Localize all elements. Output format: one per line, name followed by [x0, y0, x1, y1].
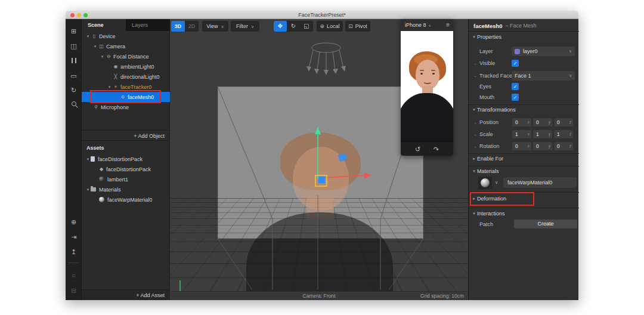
- visible-checkbox[interactable]: ✓: [512, 60, 519, 67]
- material-sphere-icon: [99, 197, 104, 202]
- subject-face: [416, 60, 439, 89]
- add-asset-button[interactable]: + Add Asset: [82, 289, 170, 300]
- material-row: ∨ faceWarpMaterial0: [469, 177, 579, 190]
- disclosure-triangle-icon: ▸: [471, 196, 477, 201]
- rotation-x-field[interactable]: 0x: [512, 142, 531, 150]
- expander-icon[interactable]: ▾: [85, 187, 91, 192]
- tree-item-face-mesh[interactable]: ☺faceMesh0: [82, 92, 170, 102]
- transform-tool-group: ✥ ↻ ◱: [274, 21, 313, 32]
- patch-arrow-icon[interactable]: →: [472, 73, 478, 79]
- filter-dropdown[interactable]: Filter∨: [231, 21, 259, 32]
- view-dropdown[interactable]: View∨: [202, 21, 228, 32]
- restart-icon[interactable]: ↻: [66, 85, 82, 95]
- scene-tree: ▾▯Device ▾◫Camera ▾⊖Focal Distance ◉ambi…: [82, 31, 170, 112]
- inspector-header: faceMesh0 – Face Mesh: [469, 20, 579, 31]
- microphone-icon: ⚲: [92, 104, 100, 110]
- chevron-down-icon: ∨: [569, 73, 572, 78]
- material-sphere-icon: [481, 178, 490, 187]
- section-enable-for[interactable]: ▸ Enable For: [469, 155, 579, 162]
- scale-x-field[interactable]: 1x: [512, 130, 531, 138]
- tracked-face-dropdown[interactable]: Face 1 ∨: [512, 71, 575, 81]
- position-row: →Position 0x 0y 0z: [469, 118, 579, 126]
- rotation-y-field[interactable]: 0y: [533, 142, 552, 150]
- search-icon[interactable]: [66, 98, 82, 109]
- tree-item-ambient-light[interactable]: ◉ambientLight0: [82, 61, 170, 72]
- globe-icon: ⊕: [320, 23, 324, 29]
- create-patch-button[interactable]: Create: [514, 220, 577, 228]
- rotate-tool-button[interactable]: ↻: [287, 21, 300, 32]
- asset-item-pack-mesh[interactable]: ◆faceDistortionPack: [82, 164, 170, 174]
- chevron-down-icon[interactable]: ∨: [495, 180, 498, 185]
- expander-icon[interactable]: ▾: [107, 85, 112, 89]
- simulator-menu-icon[interactable]: ≡: [446, 19, 450, 31]
- camera-preview: [401, 31, 453, 143]
- material-thumbnail[interactable]: [478, 177, 492, 189]
- local-space-button[interactable]: ⊕Local: [317, 21, 343, 32]
- asset-item-materials-folder[interactable]: ▾Materials: [82, 184, 170, 194]
- directional-light-icon: ╳: [112, 74, 119, 79]
- tree-item-device[interactable]: ▾▯Device: [82, 31, 170, 41]
- tree-item-face-tracker[interactable]: ▾⌖faceTracker0: [82, 82, 170, 92]
- mouth-checkbox[interactable]: ✓: [512, 94, 519, 101]
- simulator-footer: ↺ ↷: [401, 143, 453, 156]
- asset-item-face-warp-material[interactable]: faceWarpMaterial0: [82, 194, 170, 205]
- left-toolbar: ⊞ ◫ ▭ ↻ ⊕ ⇥ ↥ ⌗ ⊟: [66, 19, 82, 300]
- chevron-down-icon: ∨: [251, 24, 254, 29]
- subject-eye: [420, 73, 423, 75]
- section-properties[interactable]: ▾ Properties: [469, 33, 579, 41]
- rotate-device-icon[interactable]: ↷: [434, 143, 439, 156]
- move-tool-button[interactable]: ✥: [274, 21, 287, 32]
- scale-z-field[interactable]: 1z: [554, 130, 573, 138]
- send-to-device-icon[interactable]: ⇥: [66, 231, 82, 242]
- section-interactions[interactable]: ▾ Interactions: [469, 210, 579, 217]
- flip-camera-icon[interactable]: ↺: [415, 143, 420, 156]
- device-icon: ▯: [91, 33, 98, 39]
- patch-arrow-icon[interactable]: →: [472, 132, 478, 137]
- toolbar-divider: [68, 262, 79, 263]
- assets-header: Assets: [82, 143, 170, 153]
- section-materials[interactable]: ▾ Materials: [469, 168, 579, 175]
- visible-row: →Visible ✓: [469, 59, 579, 67]
- tree-item-microphone[interactable]: ⚲Microphone: [82, 102, 170, 112]
- video-camera-icon[interactable]: ◫: [66, 41, 82, 51]
- expander-icon[interactable]: ▾: [92, 44, 98, 49]
- eyes-checkbox[interactable]: ✓: [512, 83, 519, 90]
- layer-color-swatch: [515, 49, 520, 54]
- expander-icon[interactable]: ▾: [100, 54, 105, 59]
- scale-tool-button[interactable]: ◱: [300, 21, 313, 32]
- dimension-toggle: 3D 2D: [171, 21, 199, 32]
- tab-layers[interactable]: Layers: [126, 19, 170, 31]
- add-object-button[interactable]: + Add Object: [82, 130, 170, 141]
- layer-dropdown[interactable]: layer0 ∨: [512, 47, 575, 56]
- material-name-field[interactable]: faceWarpMaterial0: [503, 177, 577, 188]
- asset-item-pack[interactable]: ▾faceDistortionPack: [82, 154, 170, 164]
- patch-arrow-icon[interactable]: →: [472, 120, 478, 125]
- scale-y-field[interactable]: 1y: [533, 130, 552, 138]
- tree-item-directional-light[interactable]: ╳directionalLight0: [82, 72, 170, 82]
- expander-icon[interactable]: ▾: [85, 157, 91, 162]
- tree-item-focal-distance[interactable]: ▾⊖Focal Distance: [82, 51, 170, 61]
- mode-3d-button[interactable]: 3D: [171, 21, 185, 32]
- tab-scene[interactable]: Scene: [82, 19, 126, 31]
- patch-arrow-icon[interactable]: →: [472, 61, 478, 66]
- rotation-z-field[interactable]: 0z: [554, 142, 573, 150]
- section-transformations[interactable]: ▾ Transformations: [469, 106, 579, 113]
- pause-icon[interactable]: [66, 55, 82, 66]
- expander-icon[interactable]: ▾: [85, 34, 91, 39]
- layout-panels-icon[interactable]: ⊞: [66, 26, 82, 36]
- patch-arrow-icon[interactable]: →: [472, 144, 478, 149]
- pivot-button[interactable]: ⊡Pivot: [345, 21, 370, 32]
- asset-item-lambert[interactable]: lambert1: [82, 174, 170, 184]
- add-folder-icon[interactable]: ⊕: [66, 217, 82, 227]
- tree-item-camera[interactable]: ▾◫Camera: [82, 41, 170, 51]
- position-y-field[interactable]: 0y: [533, 118, 552, 126]
- device-frame-icon[interactable]: ▭: [66, 70, 82, 81]
- export-icon[interactable]: ↥: [66, 246, 82, 257]
- position-z-field[interactable]: 0z: [554, 118, 573, 126]
- search-glyph: [72, 101, 76, 106]
- scene-panel-tabs: Scene Layers: [82, 19, 170, 31]
- mode-2d-button[interactable]: 2D: [185, 21, 199, 32]
- position-x-field[interactable]: 0x: [512, 118, 531, 126]
- section-deformation[interactable]: ▸ Deformation: [469, 195, 579, 202]
- device-selector[interactable]: iPhone 8: [405, 22, 426, 28]
